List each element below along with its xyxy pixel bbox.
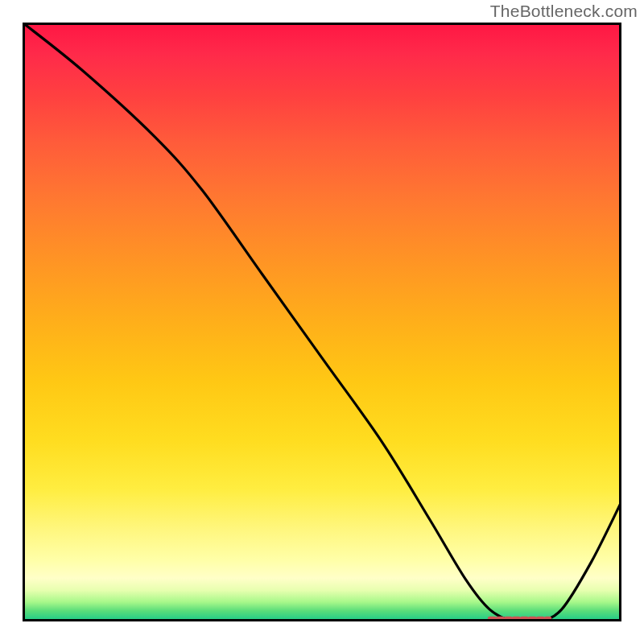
axis-left <box>23 23 25 621</box>
chart-frame <box>23 23 621 621</box>
chart-background-gradient <box>24 24 620 620</box>
watermark-text: TheBottleneck.com <box>490 2 638 21</box>
axis-top <box>23 23 621 25</box>
axis-right <box>619 23 621 621</box>
axis-bottom <box>23 619 621 621</box>
